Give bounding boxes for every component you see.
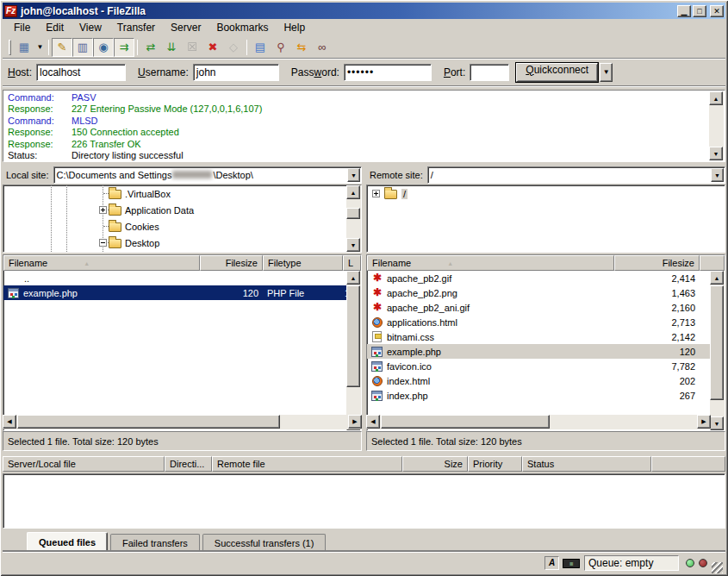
- file-row[interactable]: example.php 120 PHP File 1: [3, 285, 361, 300]
- process-queue-button[interactable]: ⇊: [161, 38, 182, 57]
- column-filename[interactable]: Filename▲: [367, 255, 614, 271]
- column-lastmodified[interactable]: L: [343, 255, 361, 271]
- queue-column[interactable]: Directi...: [165, 456, 212, 472]
- remote-list-scrollbar[interactable]: ▲ ▼: [710, 271, 725, 430]
- quickconnect-button[interactable]: Quickconnect: [516, 63, 598, 82]
- queue-column[interactable]: Server/Local file: [3, 456, 165, 472]
- file-row[interactable]: ..: [3, 271, 361, 285]
- queue-column[interactable]: [651, 456, 725, 472]
- filter-button[interactable]: ∞: [312, 38, 333, 57]
- scroll-right-icon[interactable]: ▶: [348, 415, 362, 429]
- file-row[interactable]: apache_pb2_ani.gif 2,160: [367, 300, 725, 315]
- username-label: Username:: [138, 66, 189, 78]
- scroll-thumb[interactable]: [346, 208, 360, 219]
- tree-expander-icon[interactable]: [372, 190, 380, 197]
- queue-column[interactable]: Priority: [468, 456, 522, 472]
- column-filetype[interactable]: Filetype: [263, 255, 343, 271]
- file-row[interactable]: index.php 267: [367, 388, 725, 403]
- file-row[interactable]: favicon.ico 7,782: [367, 359, 725, 373]
- local-tree-scrollbar[interactable]: ▲ ▼: [346, 185, 361, 252]
- username-input[interactable]: john: [193, 64, 279, 81]
- queue-column[interactable]: Size: [402, 456, 468, 472]
- remote-site-combo[interactable]: / ▼: [427, 166, 725, 184]
- file-row[interactable]: apache_pb2.gif 2,414: [367, 271, 725, 285]
- tree-item-application-data[interactable]: Application Data: [3, 202, 361, 218]
- tab-failed-transfers[interactable]: Failed transfers: [110, 534, 200, 551]
- close-button[interactable]: ✕: [710, 5, 724, 17]
- scroll-up-icon[interactable]: ▲: [346, 271, 360, 285]
- tree-expander-icon[interactable]: [99, 206, 107, 214]
- reconnect-button[interactable]: ◇: [223, 38, 244, 57]
- toggle-message-log-button[interactable]: ✎: [52, 38, 72, 57]
- menu-bookmarks[interactable]: Bookmarks: [208, 20, 276, 35]
- scroll-up-icon[interactable]: ▲: [346, 185, 360, 199]
- site-manager-button[interactable]: ▦: [14, 38, 34, 57]
- minimize-button[interactable]: ▁: [677, 5, 691, 17]
- column-filesize[interactable]: Filesize: [614, 255, 700, 271]
- menu-transfer[interactable]: Transfer: [109, 20, 163, 35]
- speed-limit-indicator-icon[interactable]: ≣: [563, 559, 580, 568]
- toggle-local-treeview-button[interactable]: ▥: [72, 38, 93, 57]
- file-row[interactable]: index.html 202: [367, 373, 725, 388]
- scroll-thumb[interactable]: [17, 415, 280, 429]
- synchronized-browsing-button[interactable]: ⇆: [291, 38, 312, 57]
- queue-column[interactable]: Remote file: [212, 456, 402, 472]
- host-input[interactable]: localhost: [36, 64, 126, 81]
- tree-item-cookies[interactable]: Cookies: [3, 218, 361, 235]
- datatype-indicator-icon[interactable]: A: [544, 556, 559, 570]
- cancel-operation-button[interactable]: ☒: [182, 38, 202, 57]
- scroll-thumb[interactable]: [710, 285, 724, 400]
- site-manager-dropdown[interactable]: ▼: [34, 38, 46, 57]
- tree-item[interactable]: /: [367, 185, 725, 202]
- quickconnect-dropdown[interactable]: ▼: [600, 63, 613, 82]
- scroll-left-icon[interactable]: ◀: [366, 415, 380, 429]
- tree-item--virtualbox[interactable]: .VirtualBox: [3, 185, 361, 202]
- maximize-button[interactable]: □: [693, 5, 706, 17]
- disconnect-button[interactable]: ✖: [202, 38, 223, 57]
- local-list-scrollbar[interactable]: ▲ ▼: [346, 271, 361, 430]
- scroll-down-icon[interactable]: ▼: [709, 147, 723, 160]
- chevron-down-icon[interactable]: ▼: [711, 168, 724, 182]
- remote-hscrollbar[interactable]: ◀ ▶: [366, 415, 711, 429]
- tab-successful-transfers-1-[interactable]: Successful transfers (1): [202, 534, 327, 551]
- scroll-up-icon[interactable]: ▲: [710, 271, 724, 285]
- local-site-combo[interactable]: C:\Documents and Settings\Desktop\ ▼: [53, 166, 362, 184]
- refresh-button[interactable]: ⇄: [140, 38, 161, 57]
- scroll-thumb[interactable]: [346, 285, 360, 387]
- scroll-thumb[interactable]: [381, 415, 550, 429]
- password-input[interactable]: ••••••: [344, 64, 432, 81]
- menu-view[interactable]: View: [72, 20, 109, 35]
- tree-item-desktop[interactable]: Desktop: [3, 235, 361, 251]
- directory-comparison-button[interactable]: ▤: [250, 38, 271, 57]
- file-row[interactable]: applications.html 2,713: [367, 315, 725, 329]
- resize-grip[interactable]: [712, 562, 723, 573]
- log-scrollbar[interactable]: ▲ ▼: [709, 91, 724, 160]
- find-files-button[interactable]: ⚲: [271, 38, 291, 57]
- menu-edit[interactable]: Edit: [38, 20, 72, 35]
- menu-file[interactable]: File: [6, 20, 38, 35]
- toggle-transfer-queue-button[interactable]: ⇉: [114, 38, 134, 57]
- menu-help[interactable]: Help: [276, 20, 313, 35]
- column-filename[interactable]: Filename▲: [3, 255, 200, 271]
- tree-expander-icon[interactable]: [99, 239, 107, 247]
- file-row[interactable]: bitnami.css 2,142: [367, 329, 725, 344]
- queue-column[interactable]: Status: [522, 456, 651, 472]
- file-row[interactable]: apache_pb2.png 1,463: [367, 285, 725, 300]
- remote-status-text: Selected 1 file. Total size: 120 bytes: [366, 431, 725, 451]
- local-hscrollbar[interactable]: ◀ ▶: [3, 415, 362, 429]
- tab-queued-files[interactable]: Queued files: [27, 532, 108, 551]
- menu-server[interactable]: Server: [163, 20, 208, 35]
- toggle-remote-treeview-button[interactable]: ◉: [93, 38, 114, 57]
- scroll-down-icon[interactable]: ▼: [710, 416, 724, 430]
- column-filesize[interactable]: Filesize: [200, 255, 263, 271]
- file-row[interactable]: example.php 120: [367, 344, 725, 359]
- queue-list[interactable]: [3, 473, 725, 529]
- chevron-down-icon[interactable]: ▼: [347, 168, 360, 182]
- scroll-right-icon[interactable]: ▶: [697, 415, 711, 429]
- port-input[interactable]: [470, 64, 509, 81]
- scroll-up-icon[interactable]: ▲: [709, 91, 723, 105]
- scroll-left-icon[interactable]: ◀: [3, 415, 16, 429]
- remote-site-row: Remote site: / ▼: [366, 166, 725, 185]
- password-label: Password:: [291, 66, 339, 78]
- scroll-down-icon[interactable]: ▼: [346, 238, 360, 252]
